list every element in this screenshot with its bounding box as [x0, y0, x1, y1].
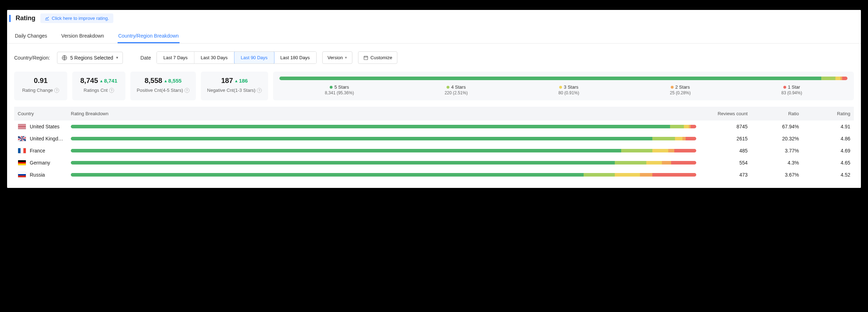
distribution-segment [842, 77, 847, 80]
legend-value: 220 (2.51%) [444, 90, 467, 95]
tab-version-breakdown[interactable]: Version Breakdown [61, 29, 105, 43]
bar-segment [662, 161, 671, 165]
metric-value: 8,5588,555 [137, 77, 189, 85]
row-rating-bar [71, 137, 696, 140]
rating-value: 4.52 [802, 169, 854, 181]
improve-rating-label: Click here to improve rating. [52, 16, 109, 21]
bar-segment [691, 125, 696, 128]
date-range-segment: Last 7 DaysLast 30 DaysLast 90 DaysLast … [157, 51, 317, 64]
distribution-legend-item: 2 Stars 25 (0.28%) [670, 84, 691, 95]
bar-segment [71, 137, 652, 140]
date-range-last-90-days[interactable]: Last 90 Days [234, 51, 274, 64]
legend-dot [447, 86, 449, 89]
table-row[interactable]: United Kingd… 2615 20.32% 4.86 [14, 133, 854, 145]
row-rating-bar [71, 173, 696, 177]
date-range-last-7-days[interactable]: Last 7 Days [157, 52, 194, 63]
legend-name: 3 Stars [564, 84, 578, 90]
country-cell: Germany [18, 160, 64, 166]
metric-card: 0.91 Rating Change? [14, 72, 67, 100]
legend-name: 5 Stars [334, 84, 349, 90]
country-name: France [30, 148, 45, 154]
col-rating[interactable]: Rating [802, 107, 854, 121]
country-name: United Kingd… [30, 136, 63, 141]
table-row[interactable]: United States 8745 67.94% 4.91 [14, 121, 854, 133]
metric-card: 8,5588,555 Positive Cnt(4-5 Stars)? [130, 72, 196, 100]
chart-line-icon [45, 16, 50, 21]
help-icon[interactable]: ? [185, 88, 189, 93]
reviews-count: 2615 [700, 133, 751, 145]
help-icon[interactable]: ? [257, 88, 262, 93]
rating-value: 4.69 [802, 145, 854, 157]
distribution-segment [835, 77, 841, 80]
bar-segment [652, 149, 668, 152]
tab-daily-changes[interactable]: Daily Changes [14, 29, 48, 43]
region-select[interactable]: 5 Regions Selected ▾ [57, 52, 123, 64]
table-row[interactable]: France 485 3.77% 4.69 [14, 145, 854, 157]
row-rating-bar [71, 125, 696, 128]
date-range-last-30-days[interactable]: Last 30 Days [194, 52, 234, 63]
metric-label: Negative Cnt(1-3 Stars)? [207, 88, 262, 93]
distribution-card: 5 Stars 8,341 (95.36%) 4 Stars 220 (2.51… [273, 72, 854, 100]
tabs: Daily ChangesVersion BreakdownCountry/Re… [7, 27, 861, 44]
reviews-count: 8745 [700, 121, 751, 133]
table-row[interactable]: Russia 473 3.67% 4.52 [14, 169, 854, 181]
help-icon[interactable]: ? [54, 88, 59, 93]
table-row[interactable]: Germany 554 4.3% 4.65 [14, 157, 854, 169]
legend-dot [559, 86, 562, 89]
bar-segment [615, 173, 640, 177]
country-cell: Russia [18, 172, 64, 178]
rating-value: 4.86 [802, 133, 854, 145]
rating-value: 4.65 [802, 157, 854, 169]
col-country[interactable]: Country [14, 107, 67, 121]
date-range-last-180-days[interactable]: Last 180 Days [274, 52, 316, 63]
improve-rating-link[interactable]: Click here to improve rating. [40, 13, 113, 23]
col-ratio[interactable]: Ratio [751, 107, 802, 121]
version-select[interactable]: Version ▾ [322, 51, 352, 64]
flag-icon [18, 124, 26, 129]
region-filter-label: Country/Region: [14, 55, 50, 61]
country-table: Country Rating Breakdown Reviews count R… [14, 107, 854, 181]
col-breakdown[interactable]: Rating Breakdown [67, 107, 700, 121]
country-cell: United States [18, 124, 64, 129]
metric-value: 8,7458,741 [79, 77, 119, 85]
reviews-count: 554 [700, 157, 751, 169]
legend-dot [330, 86, 333, 89]
row-rating-bar [71, 161, 696, 165]
bar-segment [584, 173, 615, 177]
bar-segment [682, 137, 686, 140]
bar-segment [615, 161, 646, 165]
bar-segment [674, 149, 696, 152]
row-rating-bar [71, 149, 696, 152]
bar-segment [684, 125, 689, 128]
distribution-legend-item: 5 Stars 8,341 (95.36%) [325, 84, 354, 95]
reviews-count: 473 [700, 169, 751, 181]
distribution-legend-item: 1 Star 83 (0.94%) [781, 84, 802, 95]
col-reviews[interactable]: Reviews count [700, 107, 751, 121]
bar-segment [71, 173, 584, 177]
flag-icon [18, 148, 26, 154]
ratio-value: 4.3% [751, 157, 802, 169]
bar-segment [670, 125, 684, 128]
ratio-value: 67.94% [751, 121, 802, 133]
help-icon[interactable]: ? [109, 88, 114, 93]
metric-delta: 8,555 [164, 78, 181, 84]
distribution-legend-item: 3 Stars 80 (0.91%) [558, 84, 579, 95]
ratio-value: 3.77% [751, 145, 802, 157]
distribution-bar [279, 77, 847, 80]
bar-segment [668, 149, 675, 152]
bar-segment [71, 161, 615, 165]
distribution-legend-item: 4 Stars 220 (2.51%) [444, 84, 467, 95]
tab-country-region-breakdown[interactable]: Country/Region Breakdown [118, 29, 180, 43]
metric-delta: 186 [234, 78, 248, 84]
bar-segment [71, 149, 621, 152]
globe-icon [62, 55, 67, 61]
date-filter-label: Date [141, 55, 151, 61]
ratio-value: 20.32% [751, 133, 802, 145]
legend-dot [783, 86, 786, 89]
reviews-count: 485 [700, 145, 751, 157]
legend-value: 25 (0.28%) [670, 90, 691, 95]
customize-button[interactable]: Customize [358, 51, 397, 64]
rating-value: 4.91 [802, 121, 854, 133]
bar-segment [640, 173, 652, 177]
legend-value: 8,341 (95.36%) [325, 90, 354, 95]
